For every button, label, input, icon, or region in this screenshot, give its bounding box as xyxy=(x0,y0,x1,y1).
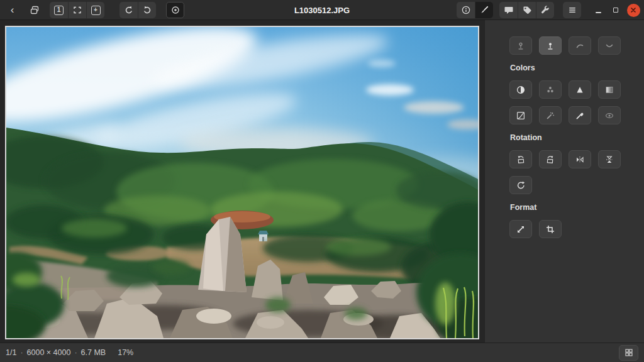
magic-wand-icon xyxy=(545,111,555,121)
main-area: Colors xyxy=(0,20,644,343)
statusbar: 1/1 · 6000 × 4000 · 6.7 MB 17% xyxy=(0,343,644,362)
adjust-tool-row xyxy=(509,36,644,55)
colors-tool-row-2 xyxy=(509,106,644,124)
rotation-tool-row-1 xyxy=(509,150,644,168)
flip-horizontal-button[interactable] xyxy=(569,150,591,168)
file-size: 6.7 MB xyxy=(81,348,106,357)
photo-view[interactable] xyxy=(5,26,479,339)
comment-bubble-icon xyxy=(504,5,514,15)
tag-icon xyxy=(522,5,532,15)
restore-button[interactable] xyxy=(609,3,623,17)
headerbar: ‹ 1 + xyxy=(0,0,644,20)
info-button[interactable] xyxy=(457,2,475,18)
separator-dot: · xyxy=(20,348,23,357)
rotate-custom-button[interactable] xyxy=(509,176,532,194)
info-icon xyxy=(461,5,471,15)
close-icon xyxy=(627,4,640,17)
rotate-left-icon xyxy=(516,155,526,165)
header-left-cluster: ‹ 1 + xyxy=(3,0,184,20)
format-tool-row xyxy=(509,220,644,238)
undo-button[interactable] xyxy=(119,2,138,18)
color-balance-button[interactable] xyxy=(539,80,562,99)
image-viewer-window: ‹ 1 + xyxy=(0,0,644,362)
adjust-pin-down-button[interactable] xyxy=(539,36,562,55)
back-button[interactable]: ‹ xyxy=(3,2,21,18)
rotation-tool-row-2 xyxy=(509,176,644,194)
curves-box-icon xyxy=(516,111,526,121)
minimize-button[interactable] xyxy=(591,3,605,17)
pin-icon xyxy=(516,41,526,51)
comment-button[interactable] xyxy=(499,2,518,18)
separator-dot: · xyxy=(74,348,77,357)
zoom-in-button[interactable]: + xyxy=(86,2,104,18)
rotate-left-button[interactable] xyxy=(509,150,532,168)
browser-mode-button[interactable] xyxy=(25,2,43,18)
three-dots-icon xyxy=(545,85,555,95)
image-canvas xyxy=(0,20,484,343)
special-effects-button[interactable] xyxy=(539,106,562,124)
edit-tools-button[interactable] xyxy=(475,2,493,18)
zoom-100-icon: 1 xyxy=(54,6,64,15)
rotate-right-icon xyxy=(545,155,555,165)
arc-up-icon xyxy=(604,41,614,51)
format-section-label: Format xyxy=(510,203,644,212)
histogram-toggle-button[interactable] xyxy=(166,2,184,18)
adjust-contrast-button[interactable] xyxy=(509,80,532,99)
triangle-icon xyxy=(575,85,585,95)
fit-corners-icon xyxy=(72,5,82,15)
zoom-button-group: 1 + xyxy=(50,2,104,18)
zoom-in-icon: + xyxy=(91,6,101,15)
thumbnail-pane-button[interactable] xyxy=(619,345,638,361)
view-edit-group xyxy=(457,2,493,18)
landscape-photo xyxy=(6,27,478,338)
rotate-right-button[interactable] xyxy=(539,150,562,168)
chevron-left-icon: ‹ xyxy=(11,4,14,15)
undo-icon xyxy=(124,5,134,15)
crop-icon xyxy=(545,224,555,234)
curve-convex-button[interactable] xyxy=(598,36,621,55)
edit-tools-sidebar: Colors xyxy=(484,20,644,343)
tools-button[interactable] xyxy=(536,2,554,18)
curve-concave-button[interactable] xyxy=(569,36,591,55)
crop-button[interactable] xyxy=(539,220,562,238)
red-eye-removal-button[interactable] xyxy=(598,106,621,124)
eyedropper-icon xyxy=(575,111,585,121)
rotation-section-label: Rotation xyxy=(510,133,644,142)
hamburger-menu-icon xyxy=(567,5,577,15)
zoom-level: 17% xyxy=(118,348,133,357)
arc-down-icon xyxy=(575,41,585,51)
restore-icon xyxy=(613,8,618,13)
minimize-icon xyxy=(596,12,601,13)
contrast-icon xyxy=(516,85,526,95)
zoom-fit-button[interactable] xyxy=(68,2,86,18)
image-position: 1/1 xyxy=(6,348,16,357)
white-balance-picker-button[interactable] xyxy=(569,106,591,124)
resize-diagonal-icon xyxy=(516,224,526,234)
meta-tools-group xyxy=(499,2,554,18)
redo-button[interactable] xyxy=(138,2,156,18)
redo-icon xyxy=(142,5,152,15)
header-right-cluster xyxy=(457,0,640,20)
adjust-pin-up-button[interactable] xyxy=(509,36,532,55)
colors-section-label: Colors xyxy=(510,63,644,72)
tag-button[interactable] xyxy=(518,2,536,18)
colors-tool-row-1 xyxy=(509,80,644,99)
curves-button[interactable] xyxy=(509,106,532,124)
adjust-levels-button[interactable] xyxy=(569,80,591,99)
zoom-actual-size-button[interactable]: 1 xyxy=(50,2,68,18)
target-circle-icon xyxy=(170,5,180,15)
flip-horizontal-icon xyxy=(575,155,585,165)
posterize-button[interactable] xyxy=(598,80,621,99)
brush-icon xyxy=(479,5,489,15)
undo-redo-group xyxy=(119,2,156,18)
window-title: L1030512.JPG xyxy=(294,0,350,20)
flip-vertical-button[interactable] xyxy=(598,150,621,168)
close-button[interactable] xyxy=(626,3,640,17)
resize-button[interactable] xyxy=(509,220,532,238)
overlapping-windows-icon xyxy=(30,5,40,15)
image-dimensions: 6000 × 4000 xyxy=(27,348,71,357)
pin-filled-icon xyxy=(545,41,555,51)
eye-icon xyxy=(604,111,614,121)
gradient-square-icon xyxy=(604,85,614,95)
main-menu-button[interactable] xyxy=(563,2,581,18)
